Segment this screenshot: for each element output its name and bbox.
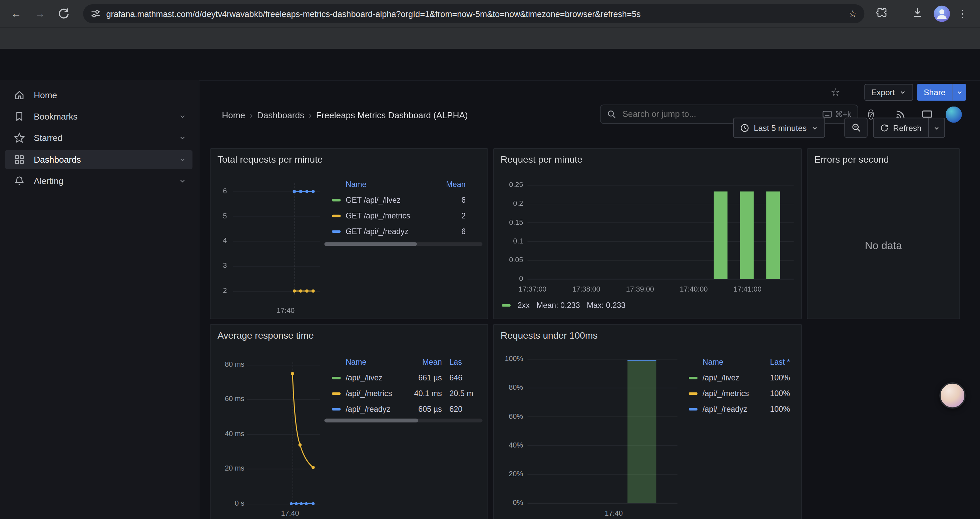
refresh-button[interactable]: Refresh	[873, 118, 929, 137]
series-color-green	[332, 376, 340, 379]
series-mean: 605 µs	[407, 404, 442, 413]
star-icon	[14, 132, 25, 143]
breadcrumb-home[interactable]: Home	[222, 110, 245, 120]
legend-col-mean[interactable]: Mean	[441, 180, 466, 189]
legend-row: /api/_/readyz 100%	[681, 401, 796, 417]
chevron-down-icon	[899, 89, 906, 96]
breadcrumb: Home › Dashboards › Freeleaps Metrics Da…	[222, 110, 468, 120]
browser-menu-icon[interactable]: ⋮	[958, 6, 966, 21]
home-icon	[14, 89, 25, 101]
series-name[interactable]: /api/_/readyz	[703, 404, 761, 413]
series-last: 620	[442, 404, 477, 413]
legend-col-name[interactable]: Name	[703, 358, 761, 366]
series-last: 646	[442, 374, 477, 382]
legend-col-last[interactable]: Las	[442, 358, 477, 366]
y-tick: 2	[208, 287, 227, 294]
sidebar-item-alerting[interactable]: Alerting	[5, 171, 192, 190]
series-name[interactable]: /api/_/metrics	[345, 389, 407, 398]
series-name[interactable]: /api/_/livez	[703, 374, 761, 382]
url-bar[interactable]: ☆	[83, 4, 864, 23]
chevron-down-icon[interactable]	[179, 156, 186, 163]
chevron-down-icon	[933, 124, 940, 131]
chevron-down-icon[interactable]	[179, 134, 186, 141]
site-settings-icon[interactable]	[91, 9, 101, 19]
y-tick: 5	[208, 212, 227, 219]
user-avatar[interactable]	[946, 107, 962, 123]
series-color-blue	[332, 230, 340, 232]
series-name[interactable]: /api/_/metrics	[703, 389, 761, 398]
legend-col-name[interactable]: Name	[345, 180, 441, 189]
screenshot-viewport: ← → ☆ ⋮ Freeleaps	[0, 0, 980, 519]
x-tick: 17:38:00	[573, 285, 600, 292]
refresh-icon	[880, 123, 889, 132]
url-input[interactable]	[107, 9, 849, 18]
browser-profile-avatar[interactable]	[934, 6, 950, 22]
x-tick: 17:41:00	[733, 285, 762, 292]
share-menu-chevron[interactable]	[952, 84, 966, 101]
no-data-message: No data	[808, 240, 959, 252]
series-name[interactable]: /api/_/livez	[345, 374, 407, 382]
y-tick: 3	[208, 262, 227, 269]
legend-col-mean[interactable]: Mean	[407, 358, 442, 366]
series-mean: Mean: 0.233	[537, 301, 580, 310]
export-button[interactable]: Export	[864, 84, 913, 101]
chevron-down-icon[interactable]	[179, 177, 186, 184]
series-name[interactable]: 2xx	[517, 301, 529, 310]
series-name[interactable]: GET /api/_/readyz	[345, 227, 441, 235]
y-tick: 0.1	[500, 237, 523, 244]
legend-scrollbar[interactable]	[324, 419, 482, 423]
legend-col-name[interactable]: Name	[345, 358, 407, 366]
panel-title[interactable]: Request per minute	[501, 154, 582, 164]
legend-header: Name Mean Las	[324, 355, 483, 370]
forward-icon[interactable]: →	[32, 6, 48, 21]
sidebar-item-dashboards[interactable]: Dashboards	[5, 150, 192, 169]
panel-title[interactable]: Average response time	[218, 330, 314, 340]
grafana-topnav: Grafana Home › Dashboards › Freeleaps Me…	[0, 49, 980, 81]
legend-row: /api/_/livez 100%	[681, 370, 796, 385]
sidebar-item-starred[interactable]: Starred	[5, 128, 192, 147]
legend-col-last[interactable]: Last *	[761, 358, 790, 366]
refresh-button-group: Refresh	[873, 118, 945, 137]
panel-title[interactable]: Errors per second	[814, 154, 889, 164]
panel-request-per-minute: Request per minute 0.25 0.2 0.15 0.1 0.0…	[493, 148, 802, 319]
chevron-down-icon	[811, 124, 818, 131]
panel-title[interactable]: Total requests per minute	[218, 154, 323, 164]
extensions-icon[interactable]	[876, 6, 891, 21]
scrollbar-thumb[interactable]	[324, 419, 418, 423]
y-tick: 0.25	[500, 181, 523, 188]
scrollbar-thumb[interactable]	[324, 242, 417, 246]
breadcrumb-separator: ›	[245, 110, 257, 120]
legend: 2xx Mean: 0.233 Max: 0.233	[502, 301, 626, 310]
series-name[interactable]: GET /api/_/metrics	[345, 211, 441, 220]
y-tick: 40 ms	[218, 430, 245, 437]
chevron-down-icon[interactable]	[179, 113, 186, 120]
panel-avg-response-time: Average response time 80 ms 60 ms 40 ms …	[210, 324, 488, 519]
series-name[interactable]: /api/_/readyz	[345, 404, 407, 413]
time-range-picker[interactable]: Last 5 minutes	[733, 118, 825, 137]
series-name[interactable]: GET /api/_/livez	[345, 196, 441, 204]
back-icon[interactable]: ←	[9, 6, 24, 21]
downloads-icon[interactable]	[911, 6, 926, 21]
panel-title[interactable]: Requests under 100ms	[501, 330, 598, 340]
sidebar-item-label: Dashboards	[34, 155, 179, 164]
help-icon[interactable]: ?	[868, 108, 873, 121]
series-color-green	[502, 304, 511, 307]
reload-icon[interactable]	[56, 6, 72, 21]
series-color-green	[332, 199, 340, 201]
share-button[interactable]: Share	[917, 84, 952, 101]
sidebar-item-home[interactable]: Home	[5, 86, 192, 105]
refresh-label: Refresh	[893, 123, 922, 132]
floating-avatar[interactable]	[939, 382, 966, 409]
zoom-out-button[interactable]	[844, 118, 867, 137]
refresh-interval-chevron[interactable]	[928, 118, 945, 137]
favorite-star-icon[interactable]: ☆	[830, 86, 840, 99]
series-last: 100%	[761, 389, 790, 398]
bookmark-star-icon[interactable]: ☆	[849, 8, 857, 19]
bookmark-icon	[14, 111, 25, 122]
breadcrumb-dashboards[interactable]: Dashboards	[257, 110, 304, 120]
y-tick: 4	[208, 236, 227, 244]
legend-scrollbar[interactable]	[324, 242, 482, 246]
series-color-yellow	[689, 392, 697, 394]
sidebar-item-bookmarks[interactable]: Bookmarks	[5, 107, 192, 126]
y-tick: 0	[500, 275, 523, 282]
